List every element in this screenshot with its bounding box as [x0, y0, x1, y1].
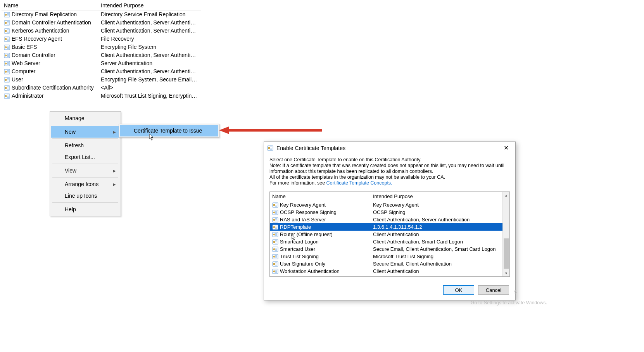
- menu-item-view[interactable]: View ▶: [51, 165, 120, 176]
- context-menu: Manage New ▶ Refresh Export List... View…: [50, 111, 121, 216]
- cert-template-icon: [272, 224, 278, 230]
- dialog-row-purpose: OCSP Signing: [373, 209, 507, 216]
- menu-item-label: New: [65, 129, 76, 135]
- menu-item-arrange-icons[interactable]: Arrange Icons ▶: [51, 178, 120, 190]
- dialog-template-row[interactable]: Trust List SigningMicrosoft Trust List S…: [270, 253, 509, 260]
- menu-item-label: Arrange Icons: [65, 181, 98, 187]
- dialog-row-name: Trust List Signing: [280, 253, 373, 260]
- cancel-button[interactable]: Cancel: [478, 285, 509, 295]
- cert-template-icon: [4, 12, 10, 18]
- template-purpose: Encrypting File System, Secure Email, Cl…: [101, 76, 199, 84]
- submenu-arrow-icon: ▶: [113, 182, 116, 186]
- dialog-row-name: Smartcard Logon: [280, 238, 373, 245]
- link-cert-template-concepts[interactable]: Certificate Template Concepts.: [326, 180, 392, 186]
- dialog-row-name: User Signature Only: [280, 260, 373, 267]
- scrollbar-thumb[interactable]: [504, 238, 509, 269]
- dialog-title: Enable Certificate Templates: [276, 145, 500, 151]
- template-row[interactable]: AdministratorMicrosoft Trust List Signin…: [2, 92, 201, 100]
- column-header-name[interactable]: Name: [4, 2, 101, 9]
- dialog-template-row[interactable]: User Signature OnlySecure Email, Client …: [270, 260, 509, 267]
- template-row[interactable]: EFS Recovery AgentFile Recovery: [2, 35, 201, 43]
- dialog-template-listbox: Name Intended Purpose Key Recovery Agent…: [269, 192, 510, 277]
- template-row[interactable]: Directory Email ReplicationDirectory Ser…: [2, 10, 201, 19]
- annotation-arrow-icon: [219, 126, 322, 135]
- cert-template-icon: [4, 44, 10, 50]
- menu-item-manage[interactable]: Manage: [51, 112, 120, 124]
- dialog-more-info: For more information, see Certificate Te…: [269, 180, 510, 186]
- scrollbar-down-icon[interactable]: ▾: [503, 270, 509, 276]
- dialog-row-name: Smartcard User: [280, 245, 373, 253]
- dialog-close-button[interactable]: ✕: [500, 144, 512, 152]
- template-row[interactable]: ComputerClient Authentication, Server Au…: [2, 67, 201, 76]
- listbox-header: Name Intended Purpose: [270, 192, 509, 201]
- template-row[interactable]: Kerberos AuthenticationClient Authentica…: [2, 27, 201, 35]
- template-row[interactable]: Domain Controller AuthenticationClient A…: [2, 19, 201, 27]
- template-row[interactable]: Web ServerServer Authentication: [2, 59, 201, 67]
- cert-template-icon: [4, 36, 10, 42]
- dialog-row-purpose: Secure Email, Client Authentication: [373, 260, 507, 267]
- dialog-row-name: Key Recovery Agent: [280, 201, 373, 209]
- template-purpose: Microsoft Trust List Signing, Encrypting…: [101, 92, 199, 100]
- svg-marker-3: [219, 126, 229, 134]
- template-name: Kerberos Authentication: [12, 27, 101, 35]
- menu-item-refresh[interactable]: Refresh: [51, 140, 120, 151]
- cert-template-icon: [272, 209, 278, 216]
- template-purpose: Client Authentication, Server Authentica…: [101, 19, 199, 27]
- ok-button[interactable]: OK: [443, 285, 474, 295]
- template-row[interactable]: Domain ControllerClient Authentication, …: [2, 51, 201, 59]
- dialog-template-row[interactable]: Smartcard LogonClient Authentication, Sm…: [270, 238, 509, 245]
- cert-template-icon: [4, 20, 10, 26]
- dialog-template-row[interactable]: Workstation AuthenticationClient Authent…: [270, 267, 509, 275]
- cert-template-icon: [272, 217, 278, 223]
- watermark-activate-windows: Go to Settings to activate Windows.: [471, 300, 547, 305]
- cert-template-icon: [272, 246, 278, 252]
- template-purpose: Directory Service Email Replication: [101, 10, 199, 19]
- dialog-template-row[interactable]: RAS and IAS ServerClient Authentication,…: [270, 216, 509, 223]
- menu-item-lineup-icons[interactable]: Line up Icons: [51, 190, 120, 202]
- template-purpose: Encrypting File System: [101, 43, 199, 51]
- dialog-row-purpose: 1.3.6.1.4.1.311.54.1.2: [373, 223, 507, 231]
- template-name: Computer: [12, 67, 101, 76]
- dialog-desc-line1: Select one Certificate Template to enabl…: [269, 157, 510, 163]
- dialog-template-row[interactable]: Key Recovery AgentKey Recovery Agent: [270, 201, 509, 209]
- template-name: User: [12, 76, 101, 84]
- column-header-purpose[interactable]: Intended Purpose: [101, 2, 199, 9]
- template-row[interactable]: UserEncrypting File System, Secure Email…: [2, 76, 201, 84]
- main-list-header: Name Intended Purpose: [2, 2, 201, 10]
- template-purpose: Server Authentication: [101, 59, 199, 67]
- cert-template-icon: [4, 28, 10, 34]
- dialog-desc-line3: All of the certificate templates in the …: [269, 174, 510, 180]
- dialog-template-row[interactable]: RDPTemplate1.3.6.1.4.1.311.54.1.2: [270, 223, 509, 231]
- listbox-scrollbar[interactable]: ▴ ▾: [502, 192, 509, 276]
- submenu-item-cert-template-to-issue[interactable]: Certificate Template to Issue: [120, 125, 218, 136]
- main-template-list: Name Intended Purpose Directory Email Re…: [2, 2, 201, 100]
- template-row[interactable]: Basic EFSEncrypting File System: [2, 43, 201, 51]
- cert-template-icon: [4, 85, 10, 91]
- dialog-template-row[interactable]: Router (Offline request)Client Authentic…: [270, 231, 509, 238]
- dialog-template-row[interactable]: OCSP Response SigningOCSP Signing: [270, 209, 509, 216]
- template-row[interactable]: Subordinate Certification Authority<All>: [2, 84, 201, 92]
- template-purpose: Client Authentication, Server Authentica…: [101, 27, 199, 35]
- dialog-template-row[interactable]: Smartcard UserSecure Email, Client Authe…: [270, 245, 509, 253]
- dialog-row-name: RDPTemplate: [280, 223, 373, 231]
- dialog-row-purpose: Microsoft Trust List Signing: [373, 253, 507, 260]
- listbox-header-name[interactable]: Name: [272, 193, 373, 199]
- listbox-header-purpose[interactable]: Intended Purpose: [373, 193, 507, 199]
- submenu-arrow-icon: ▶: [113, 169, 116, 173]
- dialog-row-purpose: Secure Email, Client Authentication, Sma…: [373, 245, 507, 253]
- cert-template-icon: [272, 268, 278, 274]
- dialog-row-purpose: Client Authentication, Smart Card Logon: [373, 238, 507, 245]
- cert-template-icon: [272, 202, 278, 208]
- menu-separator: [52, 164, 118, 164]
- menu-item-new[interactable]: New ▶: [51, 126, 120, 138]
- menu-item-help[interactable]: Help: [51, 204, 120, 215]
- scrollbar-up-icon[interactable]: ▴: [503, 192, 509, 198]
- menu-item-export-list[interactable]: Export List...: [51, 151, 120, 163]
- dialog-desc-line2: Note: If a certificate template that was…: [269, 163, 510, 174]
- menu-separator: [52, 202, 118, 203]
- template-purpose: Client Authentication, Server Authentica…: [101, 67, 199, 76]
- template-name: Administrator: [12, 92, 101, 100]
- dialog-row-name: RAS and IAS Server: [280, 216, 373, 223]
- more-info-prefix: For more information, see: [269, 180, 326, 186]
- template-name: Directory Email Replication: [12, 10, 101, 19]
